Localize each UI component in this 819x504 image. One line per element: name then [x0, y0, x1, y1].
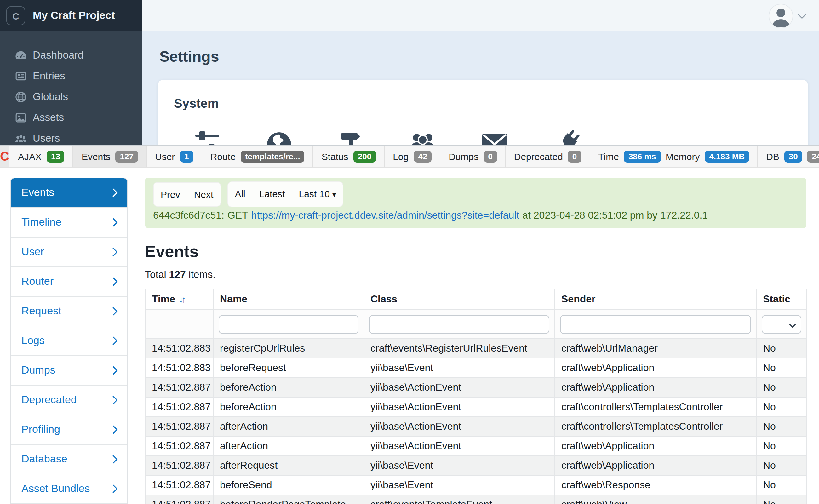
- last10-button[interactable]: Last 10▾: [292, 182, 343, 207]
- chevron-right-icon: [109, 366, 118, 375]
- toolbar-block-ajax[interactable]: AJAX13: [10, 146, 73, 167]
- chevron-right-icon: [109, 425, 118, 434]
- static-filter-select[interactable]: [762, 315, 801, 334]
- cell-class: yii\base\ActionEvent: [364, 417, 555, 436]
- table-row: 14:51:02.887afterActionyii\base\ActionEv…: [145, 417, 807, 436]
- toolbar-block-db[interactable]: DB3024 ms: [758, 146, 819, 167]
- cell-time: 14:51:02.883: [145, 339, 213, 358]
- panel-menu-item-events[interactable]: Events: [11, 178, 127, 207]
- panel-menu-item-profiling[interactable]: Profiling: [11, 415, 127, 444]
- cell-class: yii\base\Event: [364, 358, 555, 378]
- toolbar-label: Events: [82, 151, 111, 162]
- toolbar-block-time[interactable]: Time386 msMemory4.183 MB: [590, 146, 758, 167]
- all-button[interactable]: All: [228, 182, 252, 207]
- toolbar-label: Dumps: [449, 151, 478, 162]
- craft-logo-letter: C: [0, 149, 9, 163]
- chevron-down-icon[interactable]: [798, 10, 806, 19]
- cell-time: 14:51:02.887: [145, 417, 213, 436]
- panel-menu-item-request[interactable]: Request: [11, 296, 127, 326]
- sidebar-item-dashboard[interactable]: Dashboard: [0, 45, 142, 66]
- panel-menu-label: Logs: [21, 335, 45, 347]
- craft-debug-logo[interactable]: C: [0, 146, 10, 167]
- panel-menu-item-asset-bundles[interactable]: Asset Bundles: [11, 474, 127, 503]
- filter-group: AllLatestLast 10▾: [227, 181, 344, 207]
- toolbar-badge: 4.183 MB: [705, 150, 749, 162]
- events-table-body: 14:51:02.883registerCpUrlRulescraft\even…: [145, 339, 807, 504]
- cell-sender: craft\controllers\TemplatesController: [555, 417, 756, 436]
- column-header-time[interactable]: Time↓↑: [145, 289, 213, 310]
- panel-menu-item-dumps[interactable]: Dumps: [11, 355, 127, 385]
- cell-class: yii\base\ActionEvent: [364, 397, 555, 417]
- panel-menu-label: Asset Bundles: [21, 483, 90, 495]
- toolbar-block-dumps[interactable]: Dumps0: [440, 146, 506, 167]
- table-row: 14:51:02.887beforeSendyii\base\Eventcraf…: [145, 475, 807, 495]
- cell-sender: craft\web\Application: [555, 456, 756, 475]
- globe-icon: [14, 90, 27, 103]
- craft-logo: C: [6, 6, 25, 25]
- column-header-static: Static: [756, 289, 807, 310]
- class-filter-cell: [364, 310, 555, 339]
- request-suffix: at 2023-04-28 02:51:02 pm by: [522, 210, 657, 221]
- prev-next-group: PrevNext: [153, 182, 221, 207]
- request-url-link[interactable]: https://my-craft-project.ddev.site/admin…: [251, 210, 519, 221]
- gauge-icon: [14, 49, 27, 61]
- sidebar-item-assets[interactable]: Assets: [0, 107, 142, 128]
- class-filter-input[interactable]: [369, 315, 549, 334]
- sidebar-item-entries[interactable]: Entries: [0, 66, 142, 86]
- cell-class: yii\base\Event: [364, 456, 555, 475]
- toolbar-block-status[interactable]: Status200: [313, 146, 385, 167]
- panel-menu-item-user[interactable]: User: [11, 237, 127, 266]
- craft-sidebar-header[interactable]: C My Craft Project: [0, 0, 142, 31]
- sender-filter-input[interactable]: [560, 315, 751, 334]
- latest-button[interactable]: Latest: [252, 182, 292, 207]
- table-row: 14:51:02.887beforeRenderPageTemplatecraf…: [145, 495, 807, 504]
- cell-time: 14:51:02.887: [145, 378, 213, 397]
- panel-menu-item-deprecated[interactable]: Deprecated: [11, 385, 127, 415]
- sidebar-item-globals[interactable]: Globals: [0, 86, 142, 107]
- panel-menu-item-router[interactable]: Router: [11, 266, 127, 296]
- static-filter-cell: [756, 310, 807, 339]
- toolbar-block-route[interactable]: Routetemplates/re...: [202, 146, 313, 167]
- panel-menu-label: Events: [21, 186, 54, 199]
- debug-panel-body: EventsTimelineUserRouterRequestLogsDumps…: [0, 168, 819, 504]
- time-filter-cell: [145, 310, 213, 339]
- panel-menu-label: User: [21, 246, 44, 258]
- cell-class: yii\base\ActionEvent: [364, 436, 555, 456]
- toolbar-label: Status: [322, 151, 348, 162]
- prev-button[interactable]: Prev: [154, 183, 187, 206]
- panel-menu-item-timeline[interactable]: Timeline: [11, 207, 127, 237]
- cell-static: No: [756, 397, 807, 417]
- toolbar-block-user[interactable]: User1: [147, 146, 202, 167]
- cell-name: beforeAction: [213, 378, 364, 397]
- chevron-right-icon: [109, 188, 118, 197]
- toolbar-block-deprecated[interactable]: Deprecated0: [506, 146, 590, 167]
- next-button[interactable]: Next: [187, 183, 221, 206]
- cell-name: registerCpUrlRules: [213, 339, 364, 358]
- cell-class: craft\events\RegisterUrlRulesEvent: [364, 339, 555, 358]
- panel-menu-item-database[interactable]: Database: [11, 444, 127, 474]
- column-header-label: Time: [152, 294, 175, 304]
- name-filter-input[interactable]: [219, 315, 358, 334]
- request-method: GET: [227, 210, 248, 221]
- toolbar-badge: 127: [116, 150, 138, 162]
- filter-row: [145, 310, 807, 339]
- toolbar-badge: 13: [47, 150, 65, 162]
- sidebar-item-label: Assets: [33, 112, 64, 123]
- toolbar-block-log[interactable]: Log42: [385, 146, 440, 167]
- craft-logo-letter: C: [12, 10, 19, 21]
- toolbar-badge: 1: [180, 150, 193, 162]
- image-icon: [14, 111, 27, 124]
- chevron-right-icon: [109, 248, 118, 256]
- cell-static: No: [756, 495, 807, 504]
- cell-time: 14:51:02.887: [145, 436, 213, 456]
- cell-static: No: [756, 456, 807, 475]
- craft-nav: Dashboard Entries Globals Assets: [0, 45, 142, 149]
- panel-menu-label: Timeline: [21, 216, 61, 229]
- user-avatar[interactable]: [769, 3, 793, 28]
- cell-name: afterAction: [213, 436, 364, 456]
- cell-static: No: [756, 417, 807, 436]
- cell-sender: craft\web\UrlManager: [555, 339, 756, 358]
- toolbar-label: Time: [598, 151, 619, 162]
- toolbar-block-events[interactable]: Events127: [73, 146, 147, 167]
- panel-menu-item-logs[interactable]: Logs: [11, 326, 127, 355]
